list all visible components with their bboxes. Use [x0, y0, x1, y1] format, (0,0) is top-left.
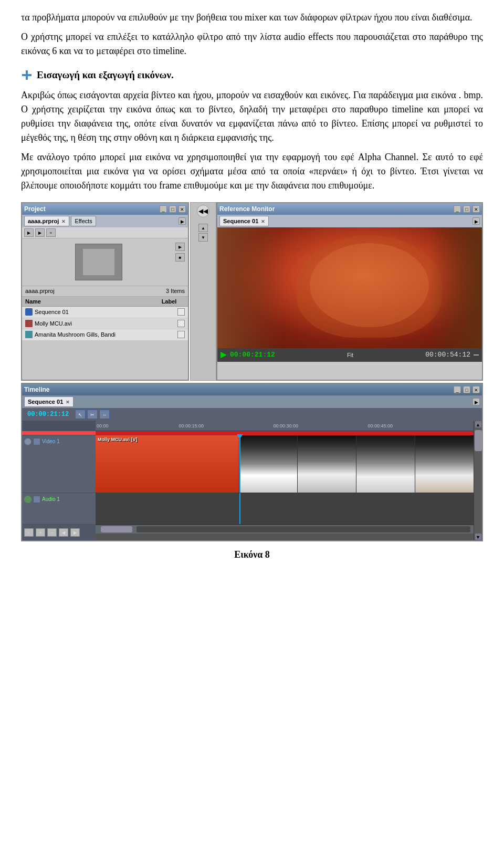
project-minimize-btn[interactable]: _: [160, 205, 167, 213]
seq-preview: [217, 227, 482, 348]
timeline-inner: Video 1 Audio 1 - +: [22, 421, 482, 540]
clip-before-playhead: [96, 435, 239, 493]
project-toolbar: ▶ ▶ ≡: [22, 227, 188, 238]
timeline-tool-select[interactable]: ↖: [75, 410, 86, 419]
seq-title: Reference Monitor: [219, 204, 452, 214]
scrollbar-thumb[interactable]: [475, 430, 482, 451]
timeline-zoom-out-btn[interactable]: -: [24, 528, 34, 537]
project-tab-effects[interactable]: Effects: [71, 216, 96, 227]
seq-tab-close[interactable]: ✕: [261, 219, 265, 224]
figure-caption: Εικόνα 8: [234, 548, 270, 562]
project-tabs: aaaa.prproj ✕ Effects ▶: [22, 215, 188, 228]
thumbnail-4: [415, 435, 474, 493]
sequence-icon: [25, 308, 33, 316]
nav-arrow-down[interactable]: ▼: [198, 233, 208, 242]
ruler-label-0: 00:00: [97, 423, 109, 430]
timeline-track-labels: Video 1 Audio 1 - +: [22, 421, 96, 540]
audio-playhead: [239, 493, 240, 524]
timeline-panel: Timeline _ □ ✕ Sequence 01 ✕ ▶ 00:00:21:…: [21, 383, 483, 542]
seq-minimize-btn[interactable]: _: [454, 205, 461, 213]
seq-timecode-right: 00:00:54:12: [425, 350, 470, 360]
list-item[interactable]: Amanita Mushroom Gills, Bandi: [22, 329, 188, 341]
seq-tabs: Sequence 01 ✕ ▶: [217, 215, 482, 228]
video-track-label: Video 1: [42, 437, 60, 445]
track-eye-btn[interactable]: [24, 438, 32, 445]
timeline-title: Timeline: [24, 385, 452, 394]
timeline-video-track[interactable]: Molly MCU.avi [V]: [96, 435, 474, 493]
timeline-tool-move[interactable]: ↔: [99, 410, 110, 419]
project-list-btn[interactable]: ≡: [46, 228, 56, 237]
svg-rect-1: [22, 74, 32, 76]
timeline-scrollbar-v[interactable]: ▲ ▼: [474, 421, 482, 540]
track-lock-btn[interactable]: [33, 438, 40, 445]
settings-icon: [474, 352, 479, 358]
nav-up-btn[interactable]: ◀◀: [197, 205, 209, 217]
nav-arrow-up[interactable]: ▲: [198, 224, 208, 232]
ruler-label-2: 00:00:30:00: [273, 423, 298, 430]
timeline-zoom-in-btn[interactable]: +: [36, 528, 45, 537]
timeline-scrollbar-thumb[interactable]: [101, 526, 132, 532]
project-delete-btn[interactable]: ▶: [35, 228, 45, 237]
ruler-label-3: 00:00:45:00: [368, 423, 393, 430]
paragraph-3: Ακριβώς όπως εισάγονται αρχεία βίντεο κα…: [21, 88, 483, 145]
project-tab-project[interactable]: aaaa.prproj ✕: [24, 216, 69, 227]
thumbnail-1: [239, 435, 298, 493]
svg-rect-3: [474, 354, 479, 356]
label-box: [177, 320, 185, 327]
seq-timecode-left: 00:00:21:12: [230, 350, 275, 360]
project-play-btn[interactable]: ▶: [175, 243, 185, 251]
plus-icon: [21, 69, 33, 81]
clip-thumbnails: [239, 435, 474, 493]
timeline-render-bar: [96, 431, 474, 435]
seq-menu-btn[interactable]: ▶: [472, 217, 480, 225]
list-item[interactable]: Molly MCU.avi: [22, 318, 188, 330]
timeline-arrow-btn[interactable]: ◀: [59, 528, 68, 537]
seq-tab[interactable]: Sequence 01 ✕: [219, 216, 269, 227]
timeline-seq-tab[interactable]: Sequence 01 ✕: [24, 396, 74, 407]
scrollbar-down-btn[interactable]: ▼: [475, 533, 482, 540]
track-label-bottom-toolbar: - + ↔ ◀ ▶: [22, 525, 96, 540]
timeline-close-btn[interactable]: ✕: [472, 386, 480, 393]
timeline-ruler: 00:00 00:00:15:00 00:00:30:00 00:00:45:0…: [96, 421, 474, 431]
project-stop-btn[interactable]: ■: [175, 253, 185, 262]
list-item[interactable]: Sequence 01: [22, 307, 188, 318]
video-icon: [25, 320, 33, 327]
project-info-bar: aaaa.prproj 3 Items: [22, 286, 188, 297]
track-sync-btn[interactable]: [24, 496, 32, 503]
paragraph-1: τα προβλήματα μπορούν να επιλυθούν με τη…: [21, 11, 483, 25]
timeline-arrow2-btn[interactable]: ▶: [70, 528, 80, 537]
project-panel: Project _ □ ✕ aaaa.prproj ✕ Effects ▶: [21, 202, 189, 381]
seq-fit-label: Fit: [278, 351, 422, 360]
timeline-maximize-btn[interactable]: □: [463, 386, 470, 393]
track-audio-lock-btn[interactable]: [33, 496, 40, 503]
panels-row: Project _ □ ✕ aaaa.prproj ✕ Effects ▶: [21, 202, 483, 381]
timeline-audio-track[interactable]: [96, 493, 474, 525]
timeline-tool-razor[interactable]: ✂: [87, 410, 98, 419]
project-title: Project: [24, 204, 158, 214]
section-heading: Εισαγωγή και εξαγωγή εικόνων.: [21, 68, 483, 83]
timeline-playhead[interactable]: [239, 435, 240, 493]
timeline-menu-btn[interactable]: ▶: [472, 398, 480, 405]
page: τα προβλήματα μπορούν να επιλυθούν με τη…: [0, 0, 504, 584]
project-tab-close[interactable]: ✕: [61, 219, 66, 224]
seq-maximize-btn[interactable]: □: [463, 205, 470, 213]
sequence-panel: Reference Monitor _ □ ✕ Sequence 01 ✕ ▶: [216, 202, 483, 381]
svg-marker-2: [220, 352, 227, 358]
scrollbar-up-btn[interactable]: ▲: [475, 421, 482, 428]
playhead-icon: [220, 352, 227, 358]
seq-close-btn[interactable]: ✕: [472, 205, 480, 213]
track-label-ruler: [22, 421, 96, 431]
timeline-bottom-bar: [96, 525, 474, 534]
project-panel-menu-btn[interactable]: ▶: [178, 217, 186, 225]
seq-titlebar: Reference Monitor _ □ ✕: [217, 203, 482, 215]
timeline-minimize-btn[interactable]: _: [454, 386, 461, 393]
timeline-main-area: 00:00 00:00:15:00 00:00:30:00 00:00:45:0…: [96, 421, 474, 540]
timeline-fit-btn[interactable]: ↔: [47, 528, 57, 537]
timeline-tab-close[interactable]: ✕: [66, 400, 70, 405]
project-close-btn[interactable]: ✕: [178, 205, 186, 213]
timeline-timecode: 00:00:21:12: [24, 409, 72, 420]
project-new-btn[interactable]: ▶: [24, 228, 34, 237]
clip-label: Molly MCU.avi [V]: [98, 436, 138, 444]
project-maximize-btn[interactable]: □: [169, 205, 176, 213]
audio-track-label: Audio 1: [42, 495, 60, 503]
